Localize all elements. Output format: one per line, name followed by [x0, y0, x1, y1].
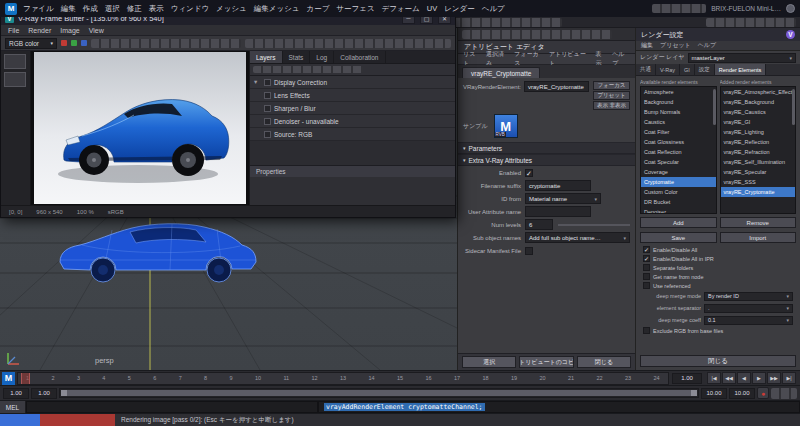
- enabled-checkbox[interactable]: ✓: [525, 169, 533, 177]
- menu-item[interactable]: 編集メッシュ: [254, 4, 300, 14]
- playback-start-field[interactable]: 1.00: [3, 388, 29, 399]
- exclude-rgb-row[interactable]: Exclude RGB from base files: [636, 326, 800, 335]
- option-row[interactable]: ✓ Enable/Disable All: [636, 245, 800, 254]
- section-extra-attributes[interactable]: ▾ Extra V-Ray Attributes: [458, 154, 635, 166]
- available-element-item[interactable]: DR Bucket: [641, 197, 716, 207]
- close-button[interactable]: 閉じる: [640, 355, 796, 367]
- added-element-item[interactable]: vrayRE_Specular: [721, 167, 796, 177]
- ae-bottom-button[interactable]: 選択: [462, 356, 516, 368]
- available-element-item[interactable]: Custom Color: [641, 187, 716, 197]
- added-element-item[interactable]: vrayRE_Background: [721, 97, 796, 107]
- available-element-item[interactable]: Cryptomatte: [641, 177, 716, 187]
- vfb-menu-item[interactable]: View: [89, 27, 104, 34]
- render-settings-tab[interactable]: V-Ray: [656, 64, 680, 75]
- layers-tab[interactable]: Collaboration: [334, 51, 385, 63]
- time-slider[interactable]: 123456789101112131415161718192021222324: [17, 372, 669, 385]
- layer-tree-row[interactable]: Denoiser - unavailable: [250, 115, 455, 128]
- added-elements-list[interactable]: vrayRE_Atmospheric_EffectsvrayRE_Backgro…: [720, 86, 797, 214]
- filename-suffix-field[interactable]: cryptomatte: [525, 180, 591, 191]
- setting-dropdown[interactable]: 0.1 ▾: [704, 316, 793, 325]
- vfb-toolbar-icons-right[interactable]: [245, 39, 451, 48]
- setting-dropdown[interactable]: . ▾: [704, 304, 793, 313]
- available-element-item[interactable]: Atmosphere: [641, 87, 716, 97]
- available-element-item[interactable]: Denoiser: [641, 207, 716, 214]
- layer-enabled-checkbox[interactable]: [264, 105, 271, 112]
- mel-label-button[interactable]: MEL: [0, 401, 26, 413]
- range-handle-right[interactable]: [691, 390, 697, 396]
- exclude-rgb-checkbox[interactable]: [643, 327, 650, 334]
- channel-select[interactable]: RGB color ▾: [5, 38, 57, 49]
- option-checkbox[interactable]: ✓: [643, 246, 650, 253]
- current-frame-indicator[interactable]: [21, 373, 30, 384]
- rs-menu-item[interactable]: 編集: [641, 41, 653, 50]
- user-attribute-field[interactable]: [525, 206, 591, 217]
- ae-node-tab[interactable]: vrayRE_Cryptomatte: [462, 67, 540, 78]
- menu-item[interactable]: 表示: [149, 4, 164, 14]
- wireframe-car-model[interactable]: [52, 220, 262, 286]
- current-time-field[interactable]: 1.00: [672, 373, 702, 384]
- added-element-item[interactable]: vrayRE_Reflection: [721, 137, 796, 147]
- render-settings-titlebar[interactable]: レンダー設定 V: [636, 28, 800, 41]
- vfb-render-canvas[interactable]: [31, 51, 249, 205]
- id-from-dropdown[interactable]: Material name ▾: [525, 193, 601, 204]
- playback-options-icons[interactable]: [771, 388, 797, 399]
- sidebar-toggle-icons-strip[interactable]: [706, 18, 796, 27]
- render-settings-tab[interactable]: 設定: [695, 64, 715, 75]
- red-channel-icon[interactable]: [61, 40, 67, 46]
- range-slider[interactable]: [59, 388, 699, 398]
- layers-tab[interactable]: Stats: [283, 51, 311, 63]
- range-handle-left[interactable]: [61, 390, 67, 396]
- available-element-item[interactable]: Background: [641, 97, 716, 107]
- option-row[interactable]: Separate folders: [636, 263, 800, 272]
- added-element-item[interactable]: vrayRE_Lighting: [721, 127, 796, 137]
- added-element-item[interactable]: vrayRE_GI: [721, 117, 796, 127]
- layer-tree-row[interactable]: Source: RGB: [250, 128, 455, 141]
- menu-item[interactable]: ファイル: [23, 4, 54, 14]
- render-settings-tab[interactable]: GI: [680, 64, 695, 75]
- layers-tab[interactable]: Layers: [250, 51, 283, 63]
- added-element-item[interactable]: vrayRE_Self_Illumination: [721, 157, 796, 167]
- titlebar-icons[interactable]: [652, 4, 706, 13]
- menu-item[interactable]: 編集: [61, 4, 76, 14]
- vfb-menu-item[interactable]: Image: [60, 27, 79, 34]
- menu-item[interactable]: 修正: [127, 4, 142, 14]
- added-element-item[interactable]: vrayRE_Atmospheric_Effects: [721, 87, 796, 97]
- command-input[interactable]: [26, 401, 318, 413]
- layer-enabled-checkbox[interactable]: [264, 118, 271, 125]
- layer-tree-row[interactable]: Sharpen / Blur: [250, 102, 455, 115]
- show-hide-button[interactable]: 表示 非表示: [593, 101, 630, 110]
- render-settings-tab[interactable]: Render Elements: [715, 64, 767, 75]
- vfb-toolbar-icons[interactable]: [91, 39, 241, 48]
- available-element-item[interactable]: Coat Specular: [641, 157, 716, 167]
- available-element-item[interactable]: Coat Glossiness: [641, 137, 716, 147]
- render-settings-tab[interactable]: 共通: [636, 64, 656, 75]
- playback-button[interactable]: ▶▶: [767, 372, 781, 384]
- layer-enabled-checkbox[interactable]: [264, 131, 271, 138]
- playback-button[interactable]: ▶: [752, 372, 766, 384]
- menu-item[interactable]: メッシュ: [216, 4, 247, 14]
- available-element-item[interactable]: Coat Filter: [641, 127, 716, 137]
- layers-tab[interactable]: Log: [310, 51, 334, 63]
- menu-item[interactable]: 選択: [105, 4, 120, 14]
- added-element-item[interactable]: vrayRE_Cryptomatte: [721, 187, 796, 197]
- available-element-item[interactable]: Bump Normals: [641, 107, 716, 117]
- option-row[interactable]: Use referenced: [636, 281, 800, 290]
- playback-end-field[interactable]: 10.00: [729, 388, 755, 399]
- num-levels-field[interactable]: 6: [525, 219, 553, 230]
- history-thumbnail[interactable]: [4, 54, 26, 69]
- snap-icons-strip[interactable]: [442, 18, 562, 27]
- animation-start-field[interactable]: 1.00: [31, 388, 57, 399]
- layers-toolbar-icons[interactable]: [253, 66, 363, 73]
- playback-button[interactable]: |◀: [707, 372, 721, 384]
- presets-button[interactable]: プリセット: [593, 91, 630, 100]
- node-swatch-icon[interactable]: M RVB: [494, 114, 518, 138]
- history-thumbnail[interactable]: [4, 72, 26, 87]
- setting-dropdown[interactable]: By render ID ▾: [704, 292, 793, 301]
- sidecar-checkbox[interactable]: [525, 247, 533, 255]
- focus-button[interactable]: フォーカス: [593, 81, 630, 90]
- option-row[interactable]: Get name from node: [636, 272, 800, 281]
- added-element-item[interactable]: vrayRE_Refraction: [721, 147, 796, 157]
- playback-button[interactable]: ▶|: [782, 372, 796, 384]
- available-element-item[interactable]: Caustics: [641, 117, 716, 127]
- auto-keyframe-button[interactable]: ●: [757, 387, 769, 399]
